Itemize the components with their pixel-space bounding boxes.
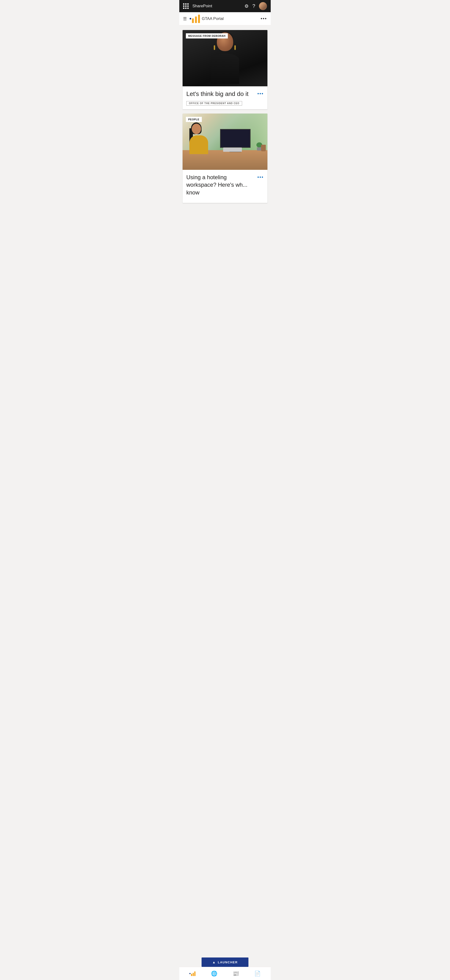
card-2-title-row: Using a hoteling workspace? Here's wh...… [186, 173, 264, 196]
card-2: PEOPLE Using a hoteling workspace? Here'… [182, 113, 268, 203]
globe-icon: 🌐 [211, 970, 217, 977]
bottom-nav-document[interactable]: 📄 [252, 968, 263, 979]
monitor-screen [220, 129, 250, 148]
bottom-home-logo [189, 971, 195, 976]
gtaa-logo-graphic [190, 14, 200, 23]
logo-wave-1 [192, 18, 194, 23]
logo-dot [190, 18, 191, 19]
news-icon: 📰 [233, 970, 239, 977]
logo-wave-2 [195, 16, 197, 23]
card-1-title-row: Let's think big and do it ••• [186, 90, 264, 98]
launcher-arrow-icon: ▲ [212, 960, 216, 964]
top-bar-icons: ⚙ ? [244, 2, 267, 10]
card-2-title: Using a hoteling workspace? Here's wh...… [186, 173, 255, 196]
worker-body [189, 135, 208, 154]
bottom-logo-dot [189, 973, 190, 974]
main-content: MESSAGE FROM DEBORAH Let's think big and… [179, 25, 271, 208]
site-header: ☰ GTAA Portal ••• [179, 12, 271, 25]
bottom-wave-1 [191, 974, 192, 976]
keyboard [223, 148, 242, 152]
bottom-nav-bar: 🌐 📰 📄 [179, 967, 271, 980]
card-1: MESSAGE FROM DEBORAH Let's think big and… [182, 30, 268, 109]
app-launcher-icon[interactable] [183, 3, 189, 9]
logo-wave-3 [198, 14, 200, 23]
card-1-photo [182, 30, 268, 86]
card-1-body: Let's think big and do it ••• OFFICE OF … [182, 86, 268, 109]
person-body [211, 54, 239, 84]
site-name: GTAA Portal [202, 16, 223, 21]
bottom-nav-home[interactable] [187, 968, 198, 979]
worker-person [189, 124, 213, 154]
bottom-nav-news[interactable]: 📰 [230, 968, 241, 979]
card-1-title: Let's think big and do it [186, 90, 255, 98]
worker-head [192, 124, 201, 134]
help-icon[interactable]: ? [252, 3, 255, 9]
bottom-wave-2 [193, 973, 194, 976]
card-1-more-icon[interactable]: ••• [257, 91, 264, 96]
coffee-cup [261, 145, 266, 151]
person-portrait [206, 32, 244, 84]
logo-waves [192, 14, 200, 23]
earring-left [214, 45, 215, 50]
bottom-nav-globe[interactable]: 🌐 [209, 968, 220, 979]
site-logo[interactable]: GTAA Portal [190, 14, 261, 23]
monitor [220, 129, 250, 150]
card-2-more-icon[interactable]: ••• [257, 175, 264, 180]
launcher-label: LAUNCHER [218, 961, 238, 964]
card-2-badge: PEOPLE [186, 117, 202, 122]
card-1-image[interactable]: MESSAGE FROM DEBORAH [182, 30, 268, 86]
office-background [182, 113, 268, 170]
site-more-options-icon[interactable]: ••• [261, 16, 267, 21]
hamburger-menu-icon[interactable]: ☰ [183, 16, 187, 21]
card-2-photo [182, 113, 268, 170]
earring-right [235, 45, 236, 50]
card-1-badge: MESSAGE FROM DEBORAH [186, 33, 228, 38]
avatar[interactable] [259, 2, 267, 10]
card-2-body: Using a hoteling workspace? Here's wh...… [182, 170, 268, 203]
bottom-wave-3 [194, 971, 195, 976]
card-2-image[interactable]: PEOPLE [182, 113, 268, 170]
settings-icon[interactable]: ⚙ [244, 3, 249, 9]
document-icon: 📄 [254, 970, 261, 977]
top-bar: SharePoint ⚙ ? [179, 0, 271, 12]
card-1-category: OFFICE OF THE PRESIDENT AND CEO [186, 101, 242, 105]
bottom-logo-waves [191, 971, 195, 976]
app-title: SharePoint [192, 4, 242, 8]
launcher-button[interactable]: ▲ LAUNCHER [201, 958, 249, 967]
